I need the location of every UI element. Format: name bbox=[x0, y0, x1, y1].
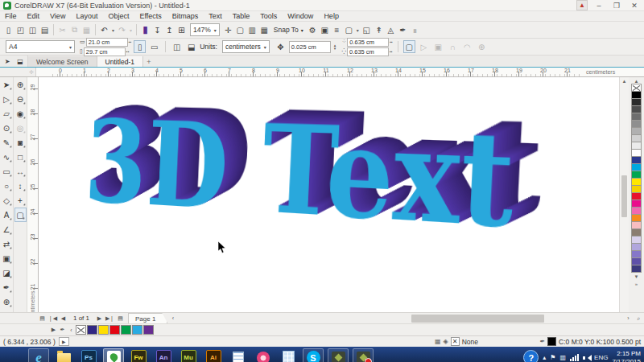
horizontal-ruler[interactable]: ⊹ 0123456789101112131415161718192021 cen… bbox=[0, 68, 644, 77]
status-flyout-icon[interactable]: ▶ bbox=[59, 337, 69, 346]
scallop-icon[interactable]: ◠ bbox=[461, 40, 473, 53]
vertical-scroll-thumb[interactable] bbox=[621, 175, 627, 217]
next-page-icon[interactable]: ▶ bbox=[94, 314, 105, 323]
taskbar-illustrator[interactable]: Ai bbox=[203, 348, 224, 362]
zoom-all-objects-icon[interactable]: ◎ bbox=[14, 121, 27, 135]
show-bleed-icon[interactable]: ▷ bbox=[418, 40, 430, 53]
scroll-right-icon[interactable]: › bbox=[623, 314, 634, 323]
menu-item[interactable]: Text bbox=[208, 12, 222, 20]
palette-eyedropper-icon[interactable]: ✒ bbox=[59, 327, 66, 333]
horizontal-scroll-thumb[interactable] bbox=[411, 315, 544, 323]
vertical-ruler[interactable]: 292827262524232221 centimeters bbox=[27, 77, 39, 312]
menu-item[interactable]: Effects bbox=[139, 12, 161, 20]
palette-scroll-left-icon[interactable]: ‹ bbox=[68, 327, 75, 333]
stepper-icons[interactable]: ▪▪ bbox=[126, 50, 130, 53]
page-width-field[interactable]: 21.0 cm bbox=[86, 38, 128, 47]
monitor-icon[interactable]: ▢ bbox=[343, 23, 355, 36]
separator[interactable] bbox=[53, 24, 54, 35]
taskbar-muse[interactable]: Mu bbox=[178, 348, 199, 362]
add-page-icon[interactable]: ▤ bbox=[37, 314, 47, 323]
document-color-swatch[interactable] bbox=[109, 325, 120, 335]
add-page-icon[interactable]: ▤ bbox=[115, 314, 126, 323]
freehand-tool[interactable]: ✎ bbox=[1, 135, 13, 150]
zoom-page-width-icon[interactable]: ↔ bbox=[14, 164, 27, 179]
show-grid-icon[interactable]: ▦ bbox=[258, 23, 270, 36]
menu-item[interactable]: File bbox=[5, 12, 17, 20]
duplicate-y-field[interactable]: 0.635 cm bbox=[347, 47, 389, 56]
taskbar-notes[interactable] bbox=[228, 348, 249, 362]
menu-item[interactable]: Table bbox=[233, 12, 250, 20]
treat-as-filled-icon[interactable]: ▢ bbox=[403, 40, 415, 53]
search-content-icon[interactable]: ▮ bbox=[139, 23, 151, 36]
portrait-icon[interactable]: ▯ bbox=[134, 40, 146, 53]
separator[interactable] bbox=[165, 41, 166, 52]
zoom-out-icon[interactable]: ⊖ bbox=[14, 92, 27, 106]
palette-more-icon[interactable]: » bbox=[635, 280, 638, 287]
tree-icon[interactable]: ↟ bbox=[373, 23, 385, 36]
export-dock-icon[interactable]: ⬓ bbox=[15, 57, 25, 66]
cut-icon[interactable]: ✂ bbox=[56, 23, 68, 36]
transparency-tool[interactable]: ◪ bbox=[1, 265, 13, 280]
menu-item[interactable]: Tools bbox=[260, 12, 277, 20]
duplicate-x-field[interactable]: 0.635 cm bbox=[347, 38, 389, 47]
landscape-icon[interactable]: ▭ bbox=[148, 40, 160, 53]
text-tool[interactable]: A bbox=[1, 208, 13, 222]
action-center-icon[interactable]: ⚑ bbox=[550, 354, 555, 361]
zoom-level-combo[interactable]: 147% ▾ bbox=[190, 23, 220, 36]
user-icon[interactable]: ▥ bbox=[560, 354, 567, 361]
snap-to-button[interactable]: Snap To ▾ bbox=[274, 26, 303, 34]
page-size-combo[interactable]: A4 ▾ bbox=[6, 40, 75, 53]
nudge-stepper[interactable]: ▴▾ bbox=[334, 43, 336, 50]
options-icon[interactable]: ⚙ bbox=[307, 23, 319, 36]
taskbar-photoshop[interactable]: Ps bbox=[78, 348, 99, 362]
zoom-in-icon[interactable]: ⊕ bbox=[14, 77, 27, 92]
taskbar-fireworks[interactable]: Fw bbox=[128, 348, 149, 362]
ink-bottle-icon[interactable]: ◬ bbox=[385, 23, 397, 36]
separator[interactable] bbox=[95, 24, 96, 35]
artistic-media-tool[interactable]: ∿ bbox=[1, 150, 13, 164]
taskbar-internet-explorer[interactable]: e bbox=[28, 348, 49, 362]
menu-item[interactable]: Window bbox=[287, 12, 313, 20]
show-rulers-icon[interactable]: ▥ bbox=[246, 23, 258, 36]
document-color-swatch[interactable] bbox=[121, 325, 131, 335]
document-tab[interactable]: Welcome Screen bbox=[28, 56, 97, 67]
application-launcher-icon[interactable]: ⊞ bbox=[175, 23, 188, 36]
taskbar-calculator[interactable] bbox=[278, 348, 299, 362]
page-height-field[interactable]: 29.7 cm bbox=[84, 47, 126, 56]
export-icon[interactable]: ↥ bbox=[163, 23, 175, 36]
horizontal-scrollbar[interactable] bbox=[181, 314, 623, 323]
color-swatch[interactable] bbox=[631, 265, 642, 273]
navigator-magnifier-icon[interactable]: ⌕ bbox=[634, 314, 644, 323]
restore-button[interactable]: ❐ bbox=[610, 1, 623, 10]
page-border-icon[interactable]: ▣ bbox=[432, 40, 444, 53]
taskbar-skype[interactable]: S bbox=[303, 348, 324, 362]
menu-item[interactable]: Object bbox=[108, 12, 129, 20]
no-color-swatch[interactable] bbox=[76, 325, 86, 335]
monitor-dropdown-icon[interactable]: ▾ bbox=[355, 23, 361, 36]
zoom-page-height-icon[interactable]: ↕ bbox=[14, 179, 27, 193]
pick-tool[interactable]: ➤ bbox=[1, 77, 13, 92]
ellipse-tool[interactable]: ○ bbox=[1, 179, 13, 193]
document-color-swatch[interactable] bbox=[143, 325, 154, 335]
stepper-icons[interactable]: ▪▪ bbox=[129, 40, 132, 43]
hand-tool-icon[interactable]: + bbox=[14, 193, 27, 208]
import-workspace-icon[interactable]: ◱ bbox=[361, 23, 373, 36]
zoom-page-icon[interactable]: □ bbox=[14, 150, 27, 164]
drawing-canvas[interactable]: 3D Text bbox=[39, 77, 619, 312]
taskbar-coreldraw[interactable] bbox=[103, 348, 124, 362]
crop-tool[interactable]: ▱ bbox=[1, 106, 13, 121]
nudge-field[interactable]: 0.025 cm bbox=[289, 41, 331, 53]
taskbar-recorder-app[interactable] bbox=[353, 348, 374, 362]
selected-swatch-icon[interactable]: ▢ bbox=[14, 208, 27, 222]
menu-item[interactable]: Help bbox=[324, 12, 339, 20]
stepper-icons[interactable]: ▪▪ bbox=[390, 40, 393, 43]
scroll-left-icon[interactable]: ‹ bbox=[167, 314, 178, 323]
all-pages-icon[interactable]: ◫ bbox=[171, 40, 183, 53]
undo-icon[interactable]: ↶ bbox=[98, 23, 110, 36]
pan-icon[interactable]: ✛ bbox=[222, 23, 234, 36]
current-page-icon[interactable]: ⬓ bbox=[185, 40, 197, 53]
tray-expand-icon[interactable]: ▴ bbox=[543, 354, 546, 361]
close-button[interactable]: ✕ bbox=[628, 1, 641, 10]
previous-page-icon[interactable]: ◀ bbox=[58, 314, 68, 323]
menu-item[interactable]: Bitmaps bbox=[172, 12, 199, 20]
